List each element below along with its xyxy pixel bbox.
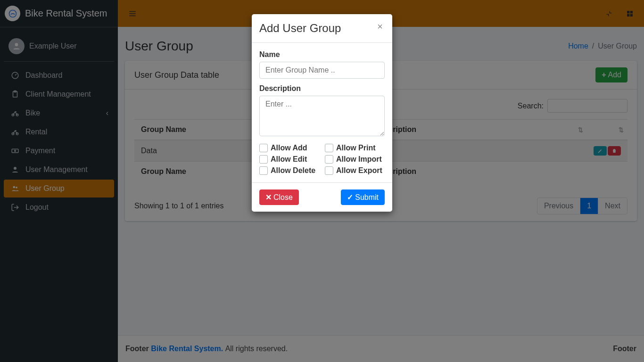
times-icon: ✕ [265, 193, 272, 202]
perm-label: Allow Print [336, 144, 376, 152]
allow-import-checkbox[interactable] [325, 155, 333, 164]
allow-delete-checkbox[interactable] [259, 166, 268, 175]
close-icon[interactable]: × [375, 22, 385, 31]
check-icon: ✓ [347, 193, 353, 202]
description-textarea[interactable] [259, 96, 385, 136]
perm-label: Allow Delete [271, 166, 315, 175]
close-button[interactable]: ✕ Close [259, 189, 299, 205]
perm-label: Allow Add [271, 144, 307, 152]
submit-button[interactable]: ✓ Submit [341, 189, 385, 205]
description-label: Description [259, 84, 385, 93]
submit-button-label: Submit [355, 193, 379, 202]
allow-add-checkbox[interactable] [259, 144, 268, 152]
group-name-input[interactable] [259, 62, 385, 79]
allow-print-checkbox[interactable] [325, 144, 333, 152]
modal-header: Add User Group × [252, 14, 392, 43]
add-user-group-modal: Add User Group × Name Description Allow … [252, 14, 392, 212]
modal-footer: ✕ Close ✓ Submit [252, 182, 392, 212]
modal-body: Name Description Allow Add Allow Print A… [252, 43, 392, 182]
permissions-grid: Allow Add Allow Print Allow Edit Allow I… [259, 144, 385, 175]
modal-title: Add User Group [259, 22, 341, 35]
perm-label: Allow Export [336, 166, 382, 175]
allow-edit-checkbox[interactable] [259, 155, 268, 164]
allow-export-checkbox[interactable] [325, 166, 333, 175]
perm-label: Allow Edit [271, 155, 307, 164]
name-label: Name [259, 50, 385, 59]
close-button-label: Close [273, 193, 293, 202]
perm-label: Allow Import [336, 155, 382, 164]
